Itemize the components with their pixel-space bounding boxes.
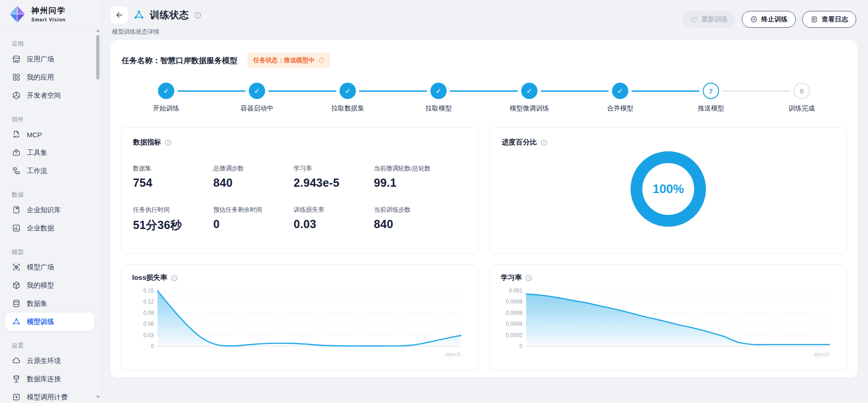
- mcp-icon: MCP: [12, 130, 21, 139]
- metric-label: 当前训练步数: [374, 206, 466, 214]
- sidebar-item-billing[interactable]: ¥模型调用计费: [5, 388, 94, 403]
- metric-value: 0: [213, 218, 294, 231]
- sidebar-item-workflow[interactable]: 工作流: [5, 162, 94, 180]
- step-label: 拉取模型: [425, 104, 452, 113]
- svg-text:0.09: 0.09: [143, 310, 154, 316]
- sidebar-section-title: 设置: [12, 342, 88, 350]
- sidebar-item-label: MCP: [27, 131, 42, 139]
- scroll-down-icon[interactable]: [96, 396, 100, 398]
- train-status-icon: [133, 9, 145, 21]
- sidebar-item-model-plaza[interactable]: 模型广场: [5, 258, 94, 276]
- step-label: 开始训练: [153, 104, 179, 113]
- step-circle: ✓: [340, 83, 356, 99]
- page-header: 训练状态 ? 模型训练状态详情: [111, 6, 202, 36]
- brand-name: 神州问学: [31, 5, 66, 16]
- spinner-icon: [319, 58, 324, 63]
- dataset-icon: [12, 299, 21, 308]
- metric-label: 学习率: [294, 164, 374, 173]
- document-icon: [810, 15, 818, 23]
- lr-title: 学习率: [501, 273, 522, 283]
- sidebar-item-developer-space[interactable]: 开发者空间: [5, 86, 94, 104]
- progress-help-icon[interactable]: ?: [540, 139, 547, 146]
- sidebar-item-cloud-native[interactable]: 云原生环境: [5, 352, 94, 370]
- step-circle: 7: [703, 83, 719, 99]
- loss-help-icon[interactable]: ?: [171, 274, 178, 282]
- step-label: 推送模型: [698, 104, 724, 113]
- enterprise-data-icon: [12, 224, 21, 233]
- svg-text:?: ?: [173, 276, 175, 280]
- svg-text:0.15: 0.15: [143, 288, 154, 294]
- page-title-help-icon[interactable]: ?: [194, 11, 202, 19]
- task-name: 任务名称：智慧口岸数据服务模型: [122, 55, 237, 66]
- step-circle: ✓: [430, 83, 447, 99]
- sidebar-item-label: 数据库连接: [27, 375, 61, 383]
- metrics-title: 数据指标: [133, 138, 161, 147]
- retrain-button[interactable]: 重新训练: [683, 11, 735, 28]
- step-circle: 8: [794, 83, 810, 99]
- svg-text:?: ?: [528, 276, 530, 280]
- sidebar-item-label: 我的模型: [27, 281, 54, 290]
- svg-text:0.12: 0.12: [143, 299, 154, 305]
- sidebar-item-grid[interactable]: 我的应用: [5, 68, 94, 86]
- sidebar-item-knowledge-base[interactable]: 企业知识库: [5, 201, 94, 219]
- svg-text:?: ?: [197, 13, 199, 17]
- step-circle: ✓: [521, 83, 538, 99]
- metric-value: 840: [213, 176, 294, 189]
- task-status-badge: 任务状态：推送模型中: [247, 53, 330, 68]
- view-logs-button[interactable]: 查看日志: [802, 11, 856, 28]
- progress-donut: 100%: [629, 150, 707, 228]
- header-actions: 重新训练 终止训练 查看日志: [683, 11, 856, 28]
- step-label: 模型微调训练: [510, 104, 549, 113]
- stop-training-button[interactable]: 终止训练: [742, 11, 796, 28]
- page-subtitle: 模型训练状态详情: [112, 28, 202, 36]
- sidebar-item-dataset[interactable]: 数据集: [5, 294, 94, 313]
- sidebar-scrollbar[interactable]: [95, 27, 101, 400]
- sidebar-item-model-training[interactable]: 模型训练: [5, 313, 94, 331]
- metrics-help-icon[interactable]: ?: [164, 139, 172, 146]
- metric-value: 0.03: [294, 218, 374, 231]
- svg-text:0.0002: 0.0002: [506, 332, 523, 338]
- metric-0: 数据集754: [133, 164, 213, 189]
- metric-2: 学习率2.943e-5: [294, 164, 374, 189]
- step-3: ✓拉取数据集: [302, 83, 393, 113]
- scroll-thumb[interactable]: [96, 35, 99, 80]
- loss-title: loss损失率: [132, 273, 168, 283]
- metrics-grid: 数据集754总微调步数840学习率2.943e-5当前微调轮数/总轮数99.1任…: [133, 164, 466, 233]
- sidebar-item-mcp[interactable]: MCPMCP: [5, 125, 94, 144]
- step-label: 容器启动中: [241, 104, 274, 113]
- svg-text:0: 0: [151, 343, 154, 349]
- svg-text:0.06: 0.06: [143, 321, 154, 327]
- database-connection-icon: [12, 374, 21, 383]
- model-plaza-icon: [12, 263, 21, 272]
- back-button[interactable]: [111, 6, 128, 24]
- lr-card: 学习率 ? 00.00020.00040.00060.00080.001epoc…: [489, 264, 847, 370]
- step-1: ✓开始训练: [121, 83, 212, 113]
- svg-text:0.0004: 0.0004: [506, 321, 523, 327]
- my-models-icon: [12, 281, 21, 290]
- sidebar-item-storefront[interactable]: 应用广场: [5, 50, 94, 68]
- svg-text:?: ?: [167, 140, 169, 144]
- sidebar: 神州问学 Smart Vision 应用应用广场我的应用开发者空间组件MCPMC…: [0, 0, 102, 403]
- metric-label: 任务执行时间: [133, 206, 213, 214]
- sidebar-item-enterprise-data[interactable]: 企业数据: [5, 219, 94, 237]
- metric-value: 840: [374, 218, 466, 231]
- svg-text:0.03: 0.03: [143, 332, 154, 338]
- svg-text:epoch: epoch: [814, 351, 829, 358]
- sidebar-item-my-models[interactable]: 我的模型: [5, 276, 94, 294]
- metric-7: 当前训练步数840: [374, 206, 466, 233]
- step-label: 合并模型: [607, 104, 633, 113]
- brand-tagline: Smart Vision: [31, 17, 66, 22]
- metric-label: 数据集: [133, 164, 213, 173]
- metric-6: 训练损失率0.03: [294, 206, 374, 233]
- metric-3: 当前微调轮数/总轮数99.1: [374, 164, 466, 189]
- sidebar-item-label: 模型训练: [27, 318, 54, 326]
- pause-circle-icon: [750, 15, 758, 23]
- sidebar-item-label: 云原生环境: [27, 357, 61, 365]
- scroll-up-icon[interactable]: [96, 29, 100, 32]
- sidebar-item-database-connection[interactable]: 数据库连接: [5, 370, 94, 388]
- toolbox-icon: [12, 148, 21, 157]
- svg-text:¥: ¥: [15, 395, 18, 399]
- svg-text:epoch: epoch: [445, 351, 461, 358]
- sidebar-item-toolbox[interactable]: 工具集: [5, 144, 94, 162]
- lr-help-icon[interactable]: ?: [525, 274, 533, 282]
